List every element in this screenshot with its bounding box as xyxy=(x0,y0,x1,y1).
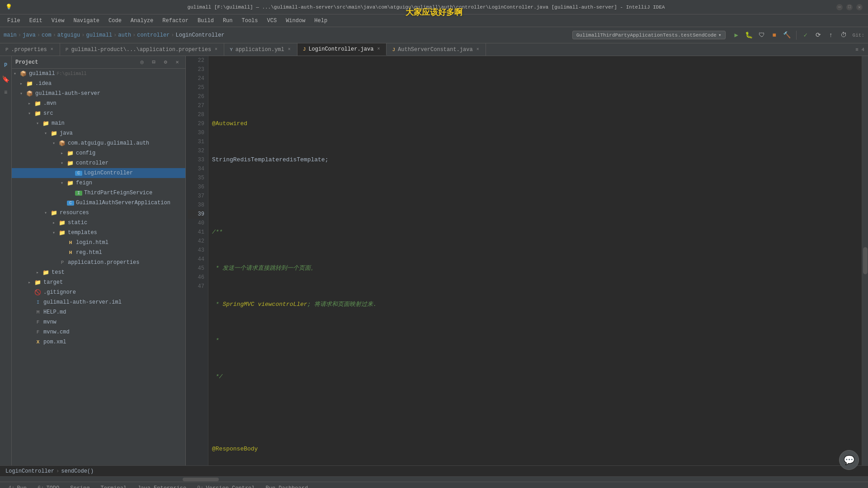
tree-item-label: reg.html xyxy=(76,249,102,256)
debug-button[interactable]: 🐛 xyxy=(744,30,755,41)
tree-item-auth-server[interactable]: ▾ 📦 gulimall-auth-server xyxy=(12,89,185,99)
tab-close-app-props[interactable]: × xyxy=(214,47,218,52)
tab-close-auth[interactable]: × xyxy=(476,47,480,52)
tree-item-reg-html[interactable]: H reg.html xyxy=(12,248,185,258)
code-content[interactable]: @Autowired StringRedisTemplate redisTemp… xyxy=(208,56,862,465)
stop-button[interactable]: ■ xyxy=(769,30,780,41)
project-collapse-button[interactable]: ⊟ xyxy=(149,58,158,67)
tree-item-login-html[interactable]: H login.html xyxy=(12,238,185,248)
close-button[interactable]: ✕ xyxy=(856,4,863,10)
git-push[interactable]: ↑ xyxy=(826,30,836,41)
tree-item-feign-service[interactable]: I ThirdPartFeignService xyxy=(12,188,185,198)
menu-vcs[interactable]: VCS xyxy=(264,17,281,25)
line-num-32: 32 xyxy=(188,146,204,155)
bottom-tab-todo[interactable]: 6: TODO xyxy=(33,484,64,488)
tree-item-mvnw[interactable]: F mvnw xyxy=(12,317,185,327)
horizontal-scrollbar-thumb[interactable] xyxy=(183,478,219,481)
fb-item-login[interactable]: LoginController xyxy=(5,468,54,474)
tab-login-controller[interactable]: J LoginController.java × xyxy=(297,43,387,56)
project-settings-button[interactable]: ⚙ xyxy=(161,58,170,67)
tree-item-idea[interactable]: ▸ 📁 .idea xyxy=(12,79,185,89)
tree-item-package[interactable]: ▾ 📦 com.atguigu.gulimall.auth xyxy=(12,138,185,148)
tree-item-java[interactable]: ▾ 📁 java xyxy=(12,128,185,138)
menu-run[interactable]: Run xyxy=(219,17,236,25)
bottom-tab-version-control[interactable]: 9: Version Control xyxy=(193,484,259,488)
bc-item-atguigu[interactable]: atguigu xyxy=(57,32,80,38)
menu-file[interactable]: File xyxy=(4,17,24,25)
tree-item-app[interactable]: C GulimallAuthServerApplication xyxy=(12,198,185,208)
menu-edit[interactable]: Edit xyxy=(26,17,46,25)
line-num-34: 34 xyxy=(188,164,204,174)
tree-item-templates[interactable]: ▾ 📁 templates xyxy=(12,228,185,238)
chat-icon[interactable]: 💬 xyxy=(839,450,859,470)
tree-item-static[interactable]: ▸ 📁 static xyxy=(12,218,185,228)
horizontal-scrollbar[interactable] xyxy=(0,476,868,482)
bc-item-controller[interactable]: controller xyxy=(137,32,170,38)
tab-properties1[interactable]: P .properties × xyxy=(0,43,60,56)
tree-item-app-props[interactable]: P application.properties xyxy=(12,258,185,267)
sidebar-bookmark-icon[interactable]: 🔖 xyxy=(0,73,12,85)
git-history[interactable]: ⏱ xyxy=(838,30,849,41)
menu-navigate[interactable]: Navigate xyxy=(70,17,103,25)
tree-item-feign[interactable]: ▾ 📁 feign xyxy=(12,178,185,188)
folder-icon: 📁 xyxy=(34,279,42,286)
vertical-scrollbar-thumb[interactable] xyxy=(863,247,868,274)
project-locate-button[interactable]: ◎ xyxy=(137,58,146,67)
fb-item-sendcode[interactable]: sendCode() xyxy=(61,468,94,474)
tree-item-src[interactable]: ▾ 📁 src xyxy=(12,108,185,118)
tree-item-mvn[interactable]: ▸ 📁 .mvn xyxy=(12,99,185,108)
tree-item-test[interactable]: ▸ 📁 test xyxy=(12,267,185,277)
tab-auth-server-constant[interactable]: J AuthServerConstant.java × xyxy=(387,43,486,56)
menu-refactor[interactable]: Refactor xyxy=(159,17,192,25)
menu-build[interactable]: Build xyxy=(194,17,217,25)
tree-item-resources[interactable]: ▾ 📁 resources xyxy=(12,208,185,218)
bc-item-main[interactable]: main xyxy=(4,32,17,38)
bc-item-com[interactable]: com xyxy=(42,32,52,38)
menu-code[interactable]: Code xyxy=(105,17,125,25)
menu-help[interactable]: Help xyxy=(311,17,331,25)
bc-item-logincontroller[interactable]: LoginController xyxy=(176,32,225,38)
tree-item-help[interactable]: M HELP.md xyxy=(12,307,185,317)
code-scroll-area[interactable]: 22 23 24 25 26 27 28 29 30 31 32 33 34 3… xyxy=(186,56,862,465)
tab-close-login[interactable]: × xyxy=(376,46,381,52)
bottom-tab-run[interactable]: 4: Run xyxy=(4,484,31,488)
terminal-tab-label: Terminal xyxy=(100,485,127,488)
tree-item-main[interactable]: ▾ 📁 main xyxy=(12,118,185,128)
tree-item-gulimall[interactable]: ▾ 📦 gulimall F:\gulimall xyxy=(12,69,185,79)
bottom-tab-terminal[interactable]: Terminal xyxy=(96,484,131,488)
menu-window[interactable]: Window xyxy=(282,17,309,25)
tab-close-yml[interactable]: × xyxy=(287,47,292,52)
menu-tools[interactable]: Tools xyxy=(238,17,262,25)
tab-application-properties[interactable]: P gulimall-product\...\application.prope… xyxy=(60,43,224,56)
sidebar-structure-icon[interactable]: ≡ xyxy=(0,87,12,99)
git-update[interactable]: ⟳ xyxy=(813,30,824,41)
tab-application-yml[interactable]: Y application.yml × xyxy=(224,43,297,56)
tree-item-config[interactable]: ▸ 📁 config xyxy=(12,148,185,158)
tree-item-target[interactable]: ▸ 📁 target xyxy=(12,277,185,287)
tab-close-properties1[interactable]: × xyxy=(50,47,54,52)
build-button[interactable]: 🔨 xyxy=(782,30,793,41)
project-close-button[interactable]: ✕ xyxy=(173,58,182,67)
run-button[interactable]: ▶ xyxy=(731,30,742,41)
run-config-selector[interactable]: GulimallThirdPartyApplicationTests.testS… xyxy=(572,31,726,39)
minimize-button[interactable]: — xyxy=(836,4,843,10)
tree-item-iml[interactable]: I gulimall-auth-server.iml xyxy=(12,297,185,307)
tree-item-mvnw-cmd[interactable]: F mvnw.cmd xyxy=(12,327,185,337)
code-line-28: * SpringMVC viewcontroLler; 将请求和页面映射过来. xyxy=(212,300,858,309)
tree-item-pom[interactable]: X pom.xml xyxy=(12,337,185,347)
bottom-tab-run-dashboard[interactable]: Run Dashboard xyxy=(261,484,313,488)
bc-item-java[interactable]: java xyxy=(23,32,36,38)
tree-item-gitignore[interactable]: 🚫 .gitignore xyxy=(12,287,185,297)
menu-analyze[interactable]: Analyze xyxy=(127,17,157,25)
maximize-button[interactable]: □ xyxy=(846,4,853,10)
tree-item-controller[interactable]: ▾ 📁 controller xyxy=(12,158,185,168)
bc-item-gulimall[interactable]: gulimall xyxy=(86,32,112,38)
bottom-tab-java-enterprise[interactable]: Java Enterprise xyxy=(133,484,191,488)
tree-item-login-controller[interactable]: C LoginController xyxy=(12,168,185,178)
git-checkmark[interactable]: ✓ xyxy=(800,30,811,41)
bc-item-auth[interactable]: auth xyxy=(118,32,131,38)
coverage-button[interactable]: 🛡 xyxy=(756,30,767,41)
menu-view[interactable]: View xyxy=(48,17,68,25)
bottom-tab-spring[interactable]: Spring xyxy=(66,484,94,488)
sidebar-project-icon[interactable]: P xyxy=(0,60,12,71)
